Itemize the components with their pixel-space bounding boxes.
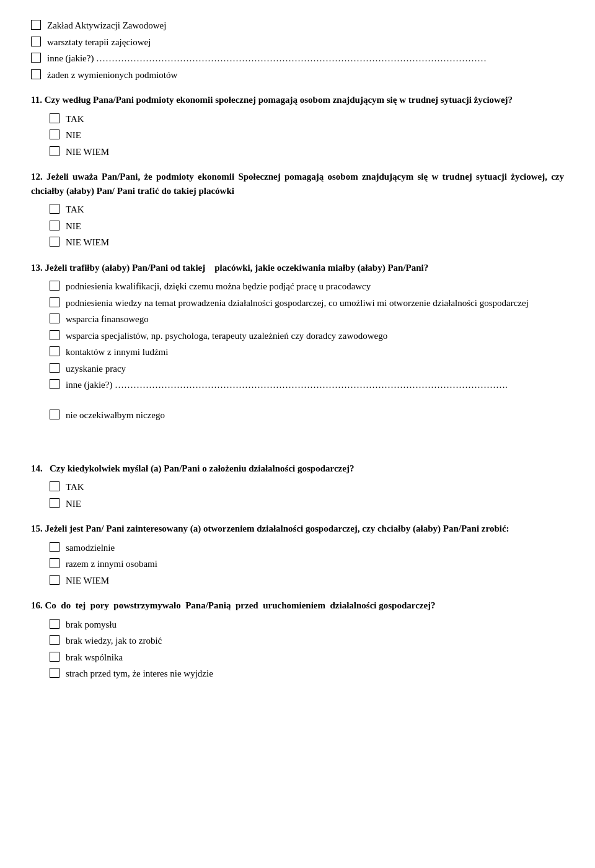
- checkbox[interactable]: [50, 575, 60, 585]
- question-number-11: 11.: [31, 95, 42, 105]
- question-number-14: 14.: [31, 463, 43, 473]
- option-label: podniesienia kwalifikacji, dzięki czemu …: [66, 279, 371, 294]
- option-label: wsparcia finansowego: [66, 312, 149, 327]
- list-item: NIE: [50, 128, 564, 142]
- list-item: brak pomysłu: [50, 618, 564, 632]
- question-text-14: 14. Czy kiedykolwiek myślał (a) Pan/Pani…: [31, 462, 564, 476]
- list-item: razem z innymi osobami: [50, 557, 564, 571]
- list-item: wsparcia specjalistów, np. psychologa, t…: [50, 329, 564, 343]
- checkbox[interactable]: [50, 221, 60, 230]
- list-item: inne (jakie?) ………………………………………………………………………: [31, 51, 564, 66]
- checkbox[interactable]: [50, 542, 60, 552]
- option-label: kontaktów z innymi ludźmi: [66, 345, 168, 359]
- option-label: nie oczekiwałbym niczego: [66, 408, 165, 423]
- option-label: NIE WIEM: [66, 574, 109, 588]
- question-13: 13. Jeżeli trafiłby (ałaby) Pan/Pani od …: [31, 261, 564, 423]
- list-item: wsparcia finansowego: [50, 312, 564, 327]
- checkbox[interactable]: [50, 379, 60, 389]
- checkbox[interactable]: [50, 498, 60, 508]
- checkbox[interactable]: [50, 558, 60, 568]
- option-label: żaden z wymienionych podmiotów: [47, 68, 177, 82]
- checkbox[interactable]: [50, 146, 60, 156]
- checkbox[interactable]: [50, 363, 60, 373]
- list-item: strach przed tym, że interes nie wyjdzie: [50, 667, 564, 681]
- checkbox[interactable]: [31, 37, 41, 46]
- checkbox[interactable]: [50, 237, 60, 247]
- option-label: wsparcia specjalistów, np. psychologa, t…: [66, 329, 387, 343]
- option-label: NIE: [66, 497, 81, 511]
- option-label: warsztaty terapii zajęciowej: [47, 35, 151, 50]
- list-item: TAK: [50, 112, 564, 126]
- checkbox[interactable]: [50, 313, 60, 323]
- option-label: NIE: [66, 219, 81, 234]
- option-label: TAK: [66, 112, 84, 126]
- checkbox[interactable]: [50, 129, 60, 139]
- checkbox[interactable]: [50, 330, 60, 340]
- checkbox[interactable]: [50, 204, 60, 214]
- option-label: NIE WIEM: [66, 145, 109, 159]
- question-16: 16. Co do tej pory powstrzymywało Pana/P…: [31, 598, 564, 681]
- list-item: NIE: [50, 219, 564, 234]
- option-label: NIE: [66, 128, 81, 142]
- list-item: Zakład Aktywizacji Zawodowej: [31, 19, 564, 33]
- option-label: podniesienia wiedzy na temat prowadzenia…: [66, 296, 529, 310]
- list-item: kontaktów z innymi ludźmi: [50, 345, 564, 359]
- option-label: brak wiedzy, jak to zrobić: [66, 634, 162, 648]
- list-item: nie oczekiwałbym niczego: [50, 408, 564, 423]
- list-item: NIE: [50, 497, 564, 511]
- checkbox[interactable]: [50, 619, 60, 629]
- list-item: NIE WIEM: [50, 235, 564, 250]
- question-text-15: 15. Jeżeli jest Pan/ Pani zainteresowany…: [31, 522, 564, 536]
- question-number-16: 16.: [31, 600, 43, 610]
- list-item: brak wiedzy, jak to zrobić: [50, 634, 564, 648]
- question-text-11: 11. Czy według Pana/Pani podmioty ekonom…: [31, 93, 564, 107]
- option-label: strach przed tym, że interes nie wyjdzie: [66, 667, 213, 681]
- list-item: NIE WIEM: [50, 574, 564, 588]
- question-14: 14. Czy kiedykolwiek myślał (a) Pan/Pani…: [31, 462, 564, 511]
- checkbox[interactable]: [31, 20, 41, 30]
- option-label: TAK: [66, 480, 84, 494]
- list-item: TAK: [50, 480, 564, 494]
- question-12: 12. Jeżeli uważa Pan/Pani, że podmioty e…: [31, 170, 564, 250]
- question-text-12: 12. Jeżeli uważa Pan/Pani, że podmioty e…: [31, 170, 564, 198]
- checkbox[interactable]: [50, 668, 60, 678]
- list-item: samodzielnie: [50, 541, 564, 555]
- checkbox[interactable]: [31, 53, 41, 63]
- list-item: inne (jakie?) ………………………………………………………………………: [50, 378, 564, 392]
- question-text-16: 16. Co do tej pory powstrzymywało Pana/P…: [31, 598, 564, 613]
- checkbox[interactable]: [50, 113, 60, 123]
- option-label: inne (jakie?) ………………………………………………………………………: [47, 51, 487, 66]
- option-label: uzyskanie pracy: [66, 362, 126, 376]
- checkbox[interactable]: [31, 69, 41, 79]
- list-item: NIE WIEM: [50, 145, 564, 159]
- checkbox[interactable]: [50, 652, 60, 662]
- checkbox[interactable]: [50, 410, 60, 419]
- checkbox[interactable]: [50, 281, 60, 291]
- checkbox[interactable]: [50, 635, 60, 645]
- list-item: podniesienia wiedzy na temat prowadzenia…: [50, 296, 564, 310]
- checkbox[interactable]: [50, 481, 60, 491]
- question-15: 15. Jeżeli jest Pan/ Pani zainteresowany…: [31, 522, 564, 587]
- checkbox[interactable]: [50, 346, 60, 356]
- list-item: podniesienia kwalifikacji, dzięki czemu …: [50, 279, 564, 294]
- question-text-13: 13. Jeżeli trafiłby (ałaby) Pan/Pani od …: [31, 261, 564, 275]
- option-label: NIE WIEM: [66, 235, 109, 250]
- option-label: inne (jakie?) ………………………………………………………………………: [66, 378, 508, 392]
- option-label: TAK: [66, 203, 84, 217]
- option-label: brak wspólnika: [66, 651, 123, 665]
- question-number-15: 15.: [31, 524, 43, 533]
- question-number-12: 12.: [31, 172, 43, 182]
- list-item: żaden z wymienionych podmiotów: [31, 68, 564, 82]
- list-item: brak wspólnika: [50, 651, 564, 665]
- option-label: samodzielnie: [66, 541, 115, 555]
- option-label: razem z innymi osobami: [66, 557, 157, 571]
- option-label: brak pomysłu: [66, 618, 117, 632]
- list-item: TAK: [50, 203, 564, 217]
- question-number-13: 13.: [31, 263, 43, 273]
- list-item: warsztaty terapii zajęciowej: [31, 35, 564, 50]
- question-11: 11. Czy według Pana/Pani podmioty ekonom…: [31, 93, 564, 159]
- checklist-continuation: Zakład Aktywizacji Zawodowej warsztaty t…: [31, 19, 564, 82]
- list-item: uzyskanie pracy: [50, 362, 564, 376]
- option-label: Zakład Aktywizacji Zawodowej: [47, 19, 166, 33]
- checkbox[interactable]: [50, 297, 60, 307]
